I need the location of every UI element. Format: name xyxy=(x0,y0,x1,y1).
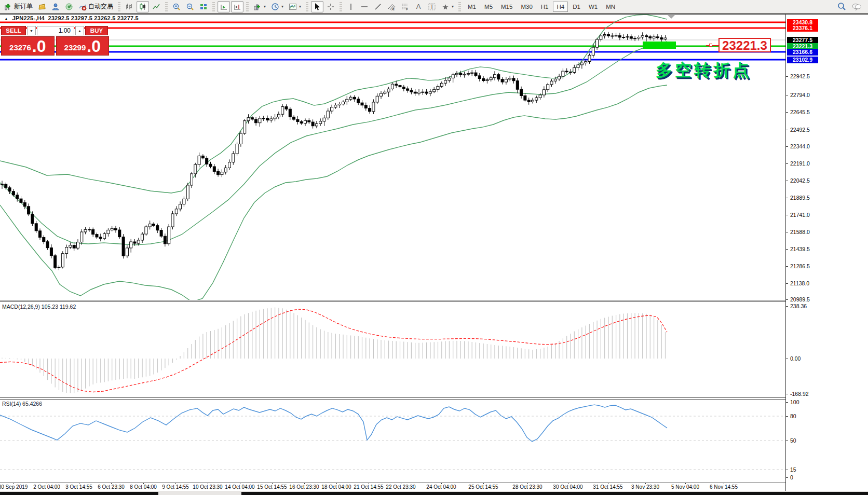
main-chart-surface[interactable] xyxy=(0,15,785,300)
buy-button[interactable]: BUY xyxy=(85,26,108,35)
periods-button[interactable]: ▾ xyxy=(269,1,286,12)
auto-scroll-button[interactable] xyxy=(218,1,230,12)
timeframe-d1[interactable]: D1 xyxy=(569,2,584,12)
vertical-line-icon xyxy=(347,3,355,11)
crosshair-icon xyxy=(327,3,335,11)
templates-button[interactable]: ▾ xyxy=(287,1,303,12)
horizontal-line-tool-button[interactable] xyxy=(358,1,371,12)
toolbar-grip[interactable] xyxy=(340,2,342,11)
arrows-dropdown-arrow[interactable]: ▾ xyxy=(452,4,454,9)
volume-input[interactable] xyxy=(37,26,74,35)
svg-text:T: T xyxy=(430,4,433,10)
collapse-icon[interactable]: ▲ xyxy=(4,17,8,21)
rsi-tick-label: 15 xyxy=(790,466,796,473)
toolbar-grip[interactable] xyxy=(306,2,308,11)
price-tick-label: 22042.5 xyxy=(790,177,810,184)
toolbar-grip[interactable] xyxy=(165,2,168,11)
templates-dropdown-arrow[interactable]: ▾ xyxy=(299,4,301,9)
toolbar-grip[interactable] xyxy=(118,2,120,11)
macd-panel-surface[interactable] xyxy=(0,302,785,397)
line-chart-mode-button[interactable] xyxy=(150,1,162,12)
zoom-in-button[interactable] xyxy=(170,1,183,12)
price-axis[interactable]: 22942.522794.022645.522492.522344.022191… xyxy=(785,15,868,491)
sell-button[interactable]: SELL xyxy=(1,26,26,35)
new-order-label: 新订单 xyxy=(14,2,33,11)
bar-chart-mode-button[interactable] xyxy=(123,1,135,12)
buy-price-display[interactable]: 23299 .0 xyxy=(56,36,110,56)
community-button[interactable] xyxy=(49,1,62,12)
volume-decrease-button[interactable]: ▼ xyxy=(27,26,36,35)
axis-tick xyxy=(786,215,788,215)
axis-tick xyxy=(786,249,788,250)
panel-separator[interactable] xyxy=(0,397,785,398)
price-callout-connector xyxy=(706,45,718,46)
timeframe-m15[interactable]: M15 xyxy=(497,2,516,12)
panel-separator[interactable] xyxy=(0,300,785,300)
axis-tick xyxy=(786,299,788,300)
horizontal-line-icon xyxy=(360,3,369,11)
trendline-tool-button[interactable] xyxy=(372,1,384,12)
tile-windows-button[interactable] xyxy=(197,1,210,12)
crosshair-tool-button[interactable] xyxy=(324,1,337,12)
sell-price-display[interactable]: 23276 .0 xyxy=(1,36,55,56)
price-level-chip: 23166.6 xyxy=(787,49,818,56)
toolbar-grip[interactable] xyxy=(246,2,249,11)
chat-icon[interactable] xyxy=(851,3,862,11)
text-tool-button[interactable]: A xyxy=(412,1,425,12)
search-icon[interactable] xyxy=(837,2,846,11)
price-callout-label[interactable]: 23221.3 xyxy=(718,38,771,52)
highlight-rectangle[interactable] xyxy=(643,42,676,49)
time-label: 24 Oct 04:00 xyxy=(426,484,456,490)
indicators-button[interactable]: ▾ xyxy=(251,1,268,12)
vertical-line-tool-button[interactable] xyxy=(345,1,357,12)
time-axis[interactable]: 30 Sep 20192 Oct 04:003 Oct 14:556 Oct 2… xyxy=(0,483,785,491)
axis-tick xyxy=(786,130,788,130)
signals-button[interactable] xyxy=(63,1,75,12)
channel-tool-button[interactable]: E xyxy=(385,1,398,12)
bollinger-bands xyxy=(0,15,667,300)
timeframe-h1[interactable]: H1 xyxy=(537,2,552,12)
axis-tick xyxy=(786,232,788,232)
price-level-chip: 23102.9 xyxy=(787,57,818,63)
rsi-panel-surface[interactable] xyxy=(0,400,785,483)
indicators-dropdown-arrow[interactable]: ▾ xyxy=(264,4,266,9)
arrows-tool-button[interactable]: ▾ xyxy=(439,1,456,12)
market-depth-button[interactable] xyxy=(36,1,48,12)
timeframe-mn[interactable]: MN xyxy=(602,2,619,12)
fibonacci-icon: F xyxy=(401,3,409,11)
timeframe-m5[interactable]: M5 xyxy=(481,2,496,12)
time-label: 22 Oct 23:30 xyxy=(386,484,415,490)
fibonacci-tool-button[interactable]: F xyxy=(399,1,411,12)
candlesticks xyxy=(1,32,667,270)
cursor-tool-button[interactable] xyxy=(311,1,323,12)
text-label-tool-button[interactable]: T xyxy=(426,1,438,12)
zoom-in-icon xyxy=(172,3,181,11)
toolbar-grip[interactable] xyxy=(212,2,215,11)
macd-indicator-label: MACD(12,26,9) 105.23 119.62 xyxy=(2,304,76,310)
timeframe-h4[interactable]: H4 xyxy=(553,2,568,12)
toolbar-grip[interactable] xyxy=(458,2,461,11)
candle-chart-mode-button[interactable] xyxy=(137,1,149,12)
timeframe-m30[interactable]: M30 xyxy=(517,2,536,12)
cursor-arrow-icon xyxy=(313,3,321,11)
axis-tick xyxy=(786,359,788,359)
zoom-out-button[interactable] xyxy=(184,1,196,12)
price-tick-label: 21439.5 xyxy=(790,246,810,252)
panel-separator xyxy=(0,301,785,302)
turning-point-annotation[interactable]: 多空转折点 xyxy=(656,59,752,82)
window-edge-segment xyxy=(241,492,868,495)
auto-trading-button[interactable]: 自动交易 xyxy=(76,1,115,12)
auto-scroll-icon xyxy=(220,3,228,11)
new-order-button[interactable]: 新订单 xyxy=(2,1,35,12)
price-callout-anchor[interactable] xyxy=(709,44,712,47)
periods-dropdown-arrow[interactable]: ▾ xyxy=(281,4,283,9)
price-tick-label: 22645.5 xyxy=(790,109,810,115)
chart-shift-button[interactable] xyxy=(231,1,243,12)
chart-shift-marker[interactable] xyxy=(668,15,675,19)
timeframe-m1[interactable]: M1 xyxy=(464,2,480,12)
timeframe-w1[interactable]: W1 xyxy=(585,2,601,12)
volume-increase-button[interactable]: ▲ xyxy=(75,26,84,35)
time-label: 5 Nov 04:00 xyxy=(671,484,699,490)
axis-tick xyxy=(786,402,788,403)
time-label: 30 Oct 04:00 xyxy=(553,484,582,490)
